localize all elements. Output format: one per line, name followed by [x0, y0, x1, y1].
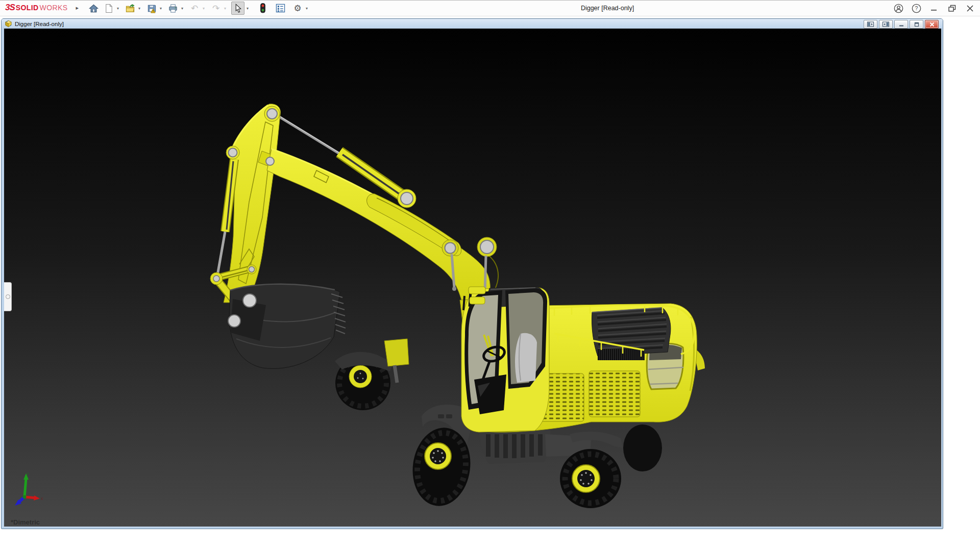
home-button[interactable] [87, 2, 100, 14]
solidworks-app: 3S SOLID WORKS ▸ ▾ ▾ [0, 0, 980, 550]
settings-gear-icon: ⚙ [293, 4, 301, 13]
logo-solid: SOLID [16, 4, 39, 12]
undo-icon: ↶ [191, 4, 198, 13]
open-button[interactable] [124, 2, 136, 14]
logo-expand-arrow-icon[interactable]: ▸ [76, 5, 79, 11]
cab-door-lower [474, 374, 506, 414]
pane-right-button[interactable] [879, 20, 893, 29]
app-titlebar: 3S SOLID WORKS ▸ ▾ ▾ [0, 0, 980, 16]
pane-right-icon [882, 21, 890, 27]
redo-dropdown[interactable]: ▾ [223, 6, 228, 11]
pane-left-icon [867, 21, 874, 27]
document-title: Digger [Read-only] [15, 21, 64, 27]
svg-text:x: x [41, 496, 43, 501]
side-grille-rear [589, 371, 640, 417]
logo-mark: 3S [5, 3, 15, 13]
undo-dropdown[interactable]: ▾ [201, 6, 206, 11]
doc-minimize-button[interactable] [894, 20, 908, 29]
cab[interactable] [461, 287, 549, 432]
print-button[interactable] [167, 2, 179, 14]
rebuild-button[interactable] [257, 2, 269, 14]
doc-close-button[interactable] [925, 20, 939, 29]
new-document-button[interactable] [103, 2, 115, 14]
restore-button[interactable] [947, 3, 957, 13]
part-file-icon [5, 20, 12, 28]
help-icon: ? [912, 4, 921, 13]
save-button[interactable] [145, 2, 158, 14]
settings-dropdown[interactable]: ▾ [304, 6, 309, 11]
3d-model-scene[interactable]: x y *Dimetric [4, 29, 941, 527]
open-folder-icon [125, 4, 136, 13]
help-button[interactable]: ? [911, 3, 921, 13]
feature-pane-flyout-tab[interactable] [4, 282, 12, 311]
close-button[interactable] [965, 3, 975, 13]
task-pane-icon [276, 4, 285, 13]
view-orientation-label: *Dimetric [11, 518, 40, 526]
svg-text:y: y [27, 471, 29, 476]
save-dropdown[interactable]: ▾ [158, 6, 163, 11]
home-icon [89, 4, 99, 13]
boom-arm-assembly[interactable] [210, 104, 498, 306]
open-dropdown[interactable]: ▾ [137, 6, 142, 11]
settings-button[interactable]: ⚙ [291, 2, 304, 14]
redo-button[interactable]: ↷ [210, 2, 222, 14]
minimize-button[interactable] [929, 3, 939, 13]
app-window-title: Digger [Read-only] [581, 5, 634, 12]
document-titlebar[interactable]: Digger [Read-only] [2, 19, 943, 29]
rear-vent-grille [598, 349, 645, 360]
select-tool-button[interactable] [231, 2, 244, 15]
graphics-viewport[interactable]: x y *Dimetric [4, 29, 941, 527]
restore-icon [948, 4, 957, 13]
rebuild-traffic-light-icon [260, 3, 266, 13]
engine-cover[interactable] [592, 308, 670, 356]
app-window-controls: ? [893, 1, 975, 16]
account-button[interactable] [893, 3, 903, 13]
wheel-rear-near[interactable] [560, 449, 621, 508]
select-cursor-icon [234, 4, 242, 13]
doc-restore-icon [914, 22, 920, 27]
svg-text:?: ? [915, 6, 918, 11]
solidworks-logo: 3S SOLID WORKS ▸ [5, 3, 79, 13]
doc-restore-button[interactable] [910, 20, 923, 29]
close-icon [966, 4, 974, 13]
select-dropdown[interactable]: ▾ [245, 6, 250, 11]
task-pane-button[interactable] [274, 2, 286, 14]
orientation-triad[interactable]: x y [15, 471, 43, 506]
wheel-rear-far[interactable] [623, 424, 662, 471]
minimize-icon [930, 4, 938, 12]
flyout-handle-icon [6, 294, 10, 299]
quick-toolbar: ▾ ▾ ▾ [84, 1, 310, 16]
bucket[interactable] [228, 284, 346, 369]
doc-close-icon [929, 22, 935, 27]
document-window-controls [864, 20, 939, 29]
logo-works: WORKS [40, 4, 68, 12]
new-document-icon [104, 4, 113, 13]
account-icon [894, 4, 903, 13]
redo-icon: ↷ [212, 4, 219, 13]
undo-button[interactable]: ↶ [188, 2, 201, 14]
save-icon [147, 4, 157, 13]
print-dropdown[interactable]: ▾ [180, 6, 185, 11]
pane-left-button[interactable] [864, 20, 877, 29]
new-document-dropdown[interactable]: ▾ [115, 6, 120, 11]
doc-minimize-icon [898, 22, 904, 27]
document-window: Digger [Read-only] [1, 18, 943, 529]
print-icon [168, 4, 178, 13]
